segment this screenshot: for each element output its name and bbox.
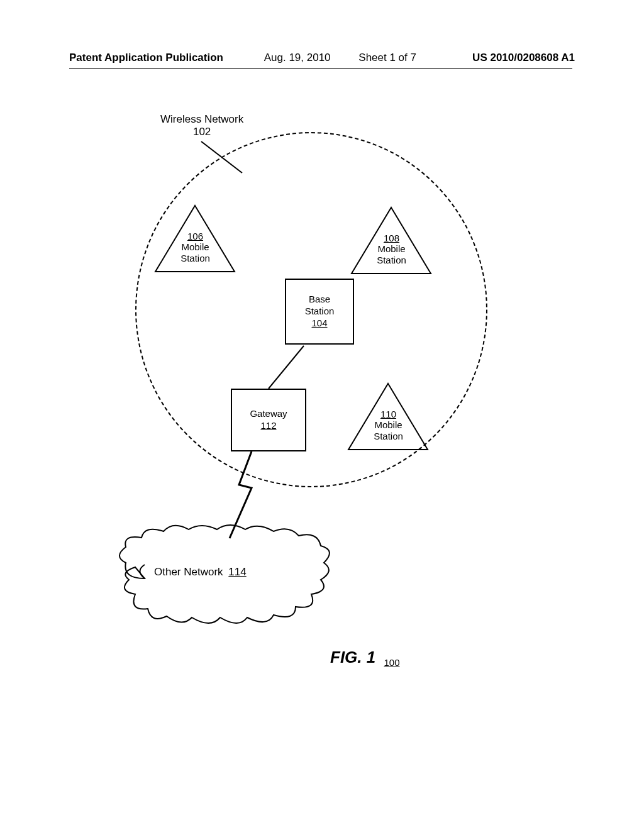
base-station-ref: 104: [311, 318, 327, 329]
other-network-ref: 114: [228, 566, 246, 578]
gateway-ref: 112: [260, 420, 276, 432]
other-network-label: Other Network 114: [154, 566, 247, 578]
base-station: Base Station 104: [285, 279, 354, 345]
sheet-indicator: Sheet 1 of 7: [358, 52, 416, 64]
ms106-label: Mobile Station: [180, 241, 210, 263]
base-station-label: Base Station: [305, 294, 335, 318]
figure-diagram: Wireless Network 102 106 Mobile Station …: [97, 113, 506, 679]
figure-ref: 100: [384, 657, 399, 668]
ms110-label: Mobile Station: [374, 419, 403, 441]
page-header: Patent Application Publication Aug. 19, …: [0, 52, 644, 64]
ms108-ref: 108: [384, 233, 399, 243]
wireless-network-text: Wireless Network: [160, 113, 243, 126]
publication-date: Aug. 19, 2010: [264, 52, 331, 64]
publication-number: US 2010/0208608 A1: [472, 52, 575, 64]
ms110-ref: 110: [380, 409, 396, 419]
cloud-icon: [110, 522, 336, 635]
figure-number: FIG. 1: [330, 648, 375, 667]
wireless-network-label: Wireless Network 102: [160, 113, 243, 138]
gateway: Gateway 112: [231, 389, 306, 451]
ms108-label: Mobile Station: [377, 243, 406, 265]
header-rule: [69, 68, 572, 69]
connector-line-icon: [267, 345, 311, 390]
gateway-label: Gateway: [250, 408, 287, 420]
ms106-ref: 106: [187, 231, 203, 241]
figure-label: FIG. 1 100: [330, 648, 400, 667]
wireless-network-ref: 102: [160, 126, 243, 138]
publication-type: Patent Application Publication: [69, 52, 223, 64]
svg-line-4: [269, 346, 304, 389]
other-network-text: Other Network: [154, 566, 223, 578]
